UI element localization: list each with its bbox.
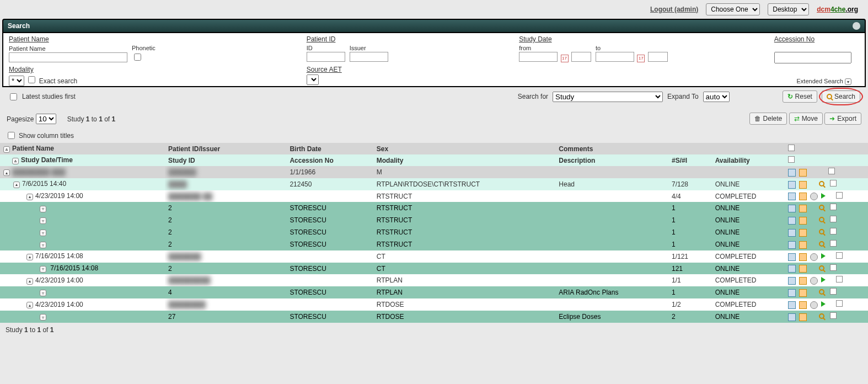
row-checkbox[interactable] <box>830 228 837 234</box>
document-icon[interactable] <box>788 277 796 285</box>
document-icon[interactable] <box>788 181 796 189</box>
modality-select[interactable]: * <box>9 76 24 86</box>
series-row[interactable]: ▴4/23/2019 14:00 █████████ RTPLAN 1/1 CO… <box>0 274 868 286</box>
show-titles-checkbox[interactable] <box>8 132 15 139</box>
time-from-input[interactable] <box>571 52 591 62</box>
magnify-icon[interactable] <box>819 265 824 271</box>
row-checkbox[interactable] <box>836 192 843 199</box>
series-row[interactable]: ▴7/16/2015 14:08 ███████ CT 1/121 COMPLE… <box>0 250 868 263</box>
collapse-icon[interactable] <box>853 22 860 30</box>
forward-icon[interactable] <box>821 277 826 282</box>
forward-icon[interactable] <box>821 193 826 199</box>
magnify-icon[interactable] <box>819 289 824 295</box>
sort-icon[interactable]: ▵ <box>3 146 10 153</box>
search-button[interactable]: Search <box>822 90 860 103</box>
search-for-select[interactable]: Study <box>553 92 663 102</box>
document-icon[interactable] <box>788 241 796 249</box>
edit-icon[interactable] <box>799 265 807 273</box>
edit-icon[interactable] <box>799 301 807 309</box>
edit-icon[interactable] <box>799 253 807 261</box>
document-icon[interactable] <box>788 301 796 309</box>
document-icon[interactable] <box>788 253 796 261</box>
link-icon[interactable] <box>810 193 818 200</box>
expand-icon[interactable]: ▿ <box>40 242 46 248</box>
edit-icon[interactable] <box>799 205 807 212</box>
select-all-study-checkbox[interactable] <box>788 156 795 163</box>
source-aet-select[interactable] <box>307 74 319 85</box>
edit-icon[interactable] <box>799 241 807 249</box>
document-icon[interactable] <box>788 205 796 212</box>
calendar-from-icon[interactable]: 17 <box>561 55 569 62</box>
link-icon[interactable] <box>810 301 818 309</box>
patient-id-input[interactable] <box>307 52 345 62</box>
link-icon[interactable] <box>810 277 818 285</box>
instance-row[interactable]: ▿ 2 STORESCU RTSTRUCT 1 ONLINE <box>0 238 868 250</box>
link-icon[interactable] <box>810 253 818 261</box>
expand-icon[interactable]: ▿ <box>40 314 46 321</box>
top-select-2[interactable]: Desktop <box>768 3 809 15</box>
row-checkbox[interactable] <box>830 204 837 210</box>
exact-search-checkbox[interactable] <box>28 76 35 83</box>
magnify-icon[interactable] <box>819 217 824 222</box>
forward-icon[interactable] <box>821 253 826 259</box>
row-checkbox[interactable] <box>830 288 837 295</box>
edit-icon[interactable] <box>799 217 807 225</box>
collapse-icon[interactable]: ▴ <box>3 169 10 176</box>
magnify-icon[interactable] <box>819 313 824 319</box>
row-checkbox[interactable] <box>828 168 835 174</box>
export-button[interactable]: ➜Export <box>824 113 861 125</box>
edit-icon[interactable] <box>799 169 807 177</box>
collapse-icon[interactable]: ▴ <box>13 182 20 188</box>
instance-row[interactable]: ▿ 2 STORESCU RTSTRUCT 1 ONLINE <box>0 202 868 214</box>
pagesize-select[interactable]: 10 <box>36 114 56 124</box>
edit-icon[interactable] <box>799 229 807 237</box>
instance-row[interactable]: ▿ 7/16/2015 14:08 2 STORESCU CT 121 ONLI… <box>0 263 868 275</box>
issuer-input[interactable] <box>350 52 388 62</box>
document-icon[interactable] <box>788 229 796 237</box>
expand-to-select[interactable]: auto <box>703 92 730 102</box>
document-icon[interactable] <box>788 313 796 321</box>
collapse-icon[interactable]: ▴ <box>26 302 33 308</box>
top-select-1[interactable]: Choose One <box>706 3 760 15</box>
row-checkbox[interactable] <box>836 252 843 259</box>
edit-icon[interactable] <box>799 289 807 297</box>
sort-icon[interactable]: ▵ <box>12 158 19 164</box>
row-checkbox[interactable] <box>830 264 837 271</box>
brand-link[interactable]: dcm4che.org <box>817 6 858 13</box>
row-checkbox[interactable] <box>830 240 837 247</box>
study-row[interactable]: ▴7/6/2015 14:40 ████ 212450 RTPLAN\RTDOS… <box>0 178 868 190</box>
reset-button[interactable]: ↻Reset <box>783 90 817 103</box>
series-row[interactable]: ▴4/23/2019 14:00 ████████ RTDOSE 1/2 COM… <box>0 298 868 311</box>
instance-row[interactable]: ▿ 2 STORESCU RTSTRUCT 1 ONLINE <box>0 214 868 226</box>
document-icon[interactable] <box>788 265 796 273</box>
magnify-icon[interactable] <box>819 181 824 186</box>
patient-row[interactable]: ▴████████ ███ ██████ 1/1/1966 M <box>0 166 868 178</box>
expand-icon[interactable]: ▿ <box>40 230 46 236</box>
series-row[interactable]: ▴4/23/2019 14:00 ███████ ██ RTSTRUCT 4/4… <box>0 190 868 202</box>
magnify-icon[interactable] <box>819 205 824 210</box>
date-to-input[interactable] <box>596 52 634 62</box>
edit-icon[interactable] <box>799 193 807 200</box>
collapse-icon[interactable]: ▴ <box>26 254 33 260</box>
latest-studies-checkbox[interactable] <box>10 93 17 100</box>
select-all-patient-checkbox[interactable] <box>788 145 795 151</box>
date-from-input[interactable] <box>519 52 558 62</box>
edit-icon[interactable] <box>799 277 807 285</box>
expand-icon[interactable]: ▿ <box>40 290 46 296</box>
expand-icon[interactable]: ▿ <box>40 206 46 212</box>
edit-icon[interactable] <box>799 313 807 321</box>
document-icon[interactable] <box>788 217 796 225</box>
magnify-icon[interactable] <box>819 241 824 247</box>
row-checkbox[interactable] <box>836 300 843 307</box>
forward-icon[interactable] <box>821 301 826 307</box>
magnify-icon[interactable] <box>819 229 824 234</box>
instance-row[interactable]: ▿ 27 STORESCU RTDOSE Eclipse Doses 2 ONL… <box>0 311 868 323</box>
row-checkbox[interactable] <box>830 180 837 186</box>
delete-button[interactable]: 🗑Delete <box>749 113 787 125</box>
extended-search-link[interactable]: Extended Search ▾ <box>797 78 854 84</box>
document-icon[interactable] <box>788 169 796 177</box>
move-button[interactable]: ⇄Move <box>789 113 823 125</box>
document-icon[interactable] <box>788 193 796 200</box>
instance-row[interactable]: ▿ 2 STORESCU RTSTRUCT 1 ONLINE <box>0 226 868 238</box>
collapse-icon[interactable]: ▴ <box>26 278 33 285</box>
